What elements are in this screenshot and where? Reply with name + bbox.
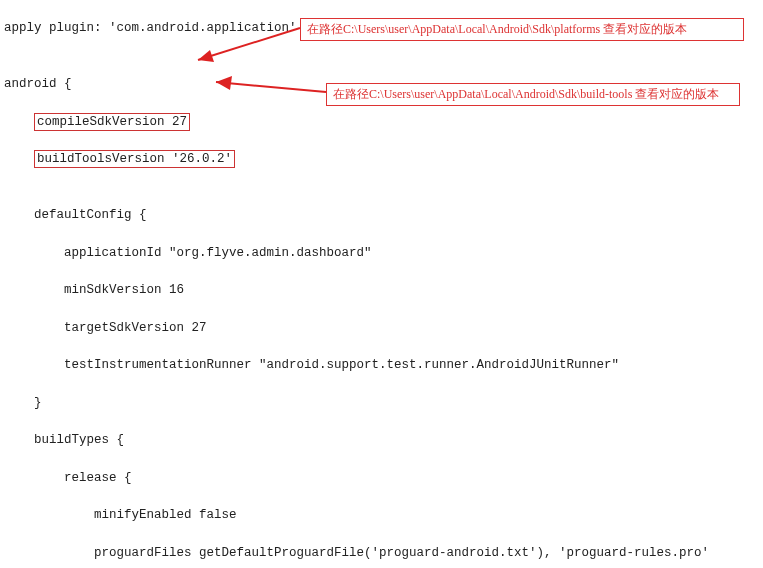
code-line: applicationId "org.flyve.admin.dashboard…: [4, 244, 763, 263]
code-line: defaultConfig {: [4, 206, 763, 225]
code-line: buildToolsVersion '26.0.2': [4, 150, 763, 169]
code-line: minifyEnabled false: [4, 506, 763, 525]
highlight-compilesdk: compileSdkVersion 27: [34, 113, 190, 131]
code-line: compileSdkVersion 27: [4, 113, 763, 132]
code-line: testInstrumentationRunner "android.suppo…: [4, 356, 763, 375]
annotation-platforms: 在路径C:\Users\user\AppData\Local\Android\S…: [300, 18, 744, 41]
code-line: proguardFiles getDefaultProguardFile('pr…: [4, 544, 763, 563]
highlight-buildtools: buildToolsVersion '26.0.2': [34, 150, 235, 168]
annotation-buildtools: 在路径C:\Users\user\AppData\Local\Android\S…: [326, 83, 740, 106]
code-line: targetSdkVersion 27: [4, 319, 763, 338]
code-line: buildTypes {: [4, 431, 763, 450]
code-line: minSdkVersion 16: [4, 281, 763, 300]
code-line: }: [4, 394, 763, 413]
code-line: release {: [4, 469, 763, 488]
